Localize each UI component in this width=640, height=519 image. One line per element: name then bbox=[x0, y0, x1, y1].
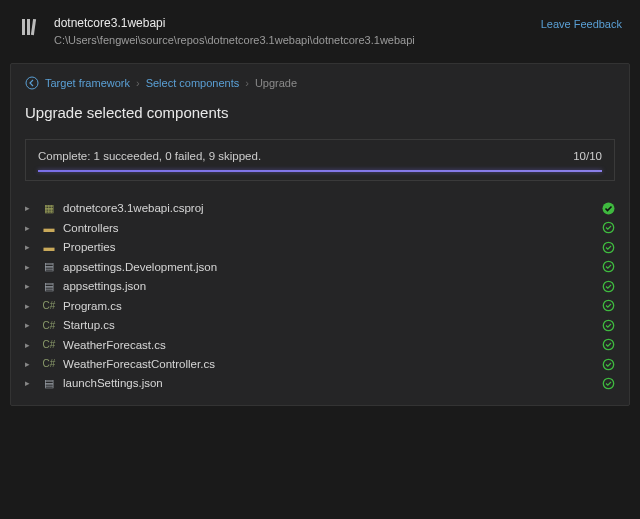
status-text: Complete: 1 succeeded, 0 failed, 9 skipp… bbox=[38, 150, 261, 162]
item-name: WeatherForecast.cs bbox=[63, 339, 593, 351]
progress-counter: 10/10 bbox=[573, 150, 602, 162]
header: dotnetcore3.1webapi C:\Users\fengwei\sou… bbox=[10, 10, 630, 63]
progress-bar bbox=[38, 170, 602, 172]
item-name: Program.cs bbox=[63, 300, 593, 312]
chevron-right-icon: ▸ bbox=[25, 378, 35, 388]
json-icon: ▤ bbox=[41, 280, 57, 293]
skipped-icon bbox=[599, 299, 615, 312]
list-item[interactable]: ▸▤appsettings.json bbox=[25, 276, 615, 295]
list-item[interactable]: ▸▬Controllers bbox=[25, 218, 615, 237]
json-icon: ▤ bbox=[41, 377, 57, 390]
item-name: Startup.cs bbox=[63, 319, 593, 331]
skipped-icon bbox=[599, 221, 615, 234]
skipped-icon bbox=[599, 338, 615, 351]
chevron-right-icon: ▸ bbox=[25, 281, 35, 291]
list-item[interactable]: ▸▬Properties bbox=[25, 237, 615, 256]
skipped-icon bbox=[599, 279, 615, 292]
item-name: launchSettings.json bbox=[63, 377, 593, 389]
chevron-right-icon: ▸ bbox=[25, 242, 35, 252]
chevron-right-icon: ▸ bbox=[25, 320, 35, 330]
list-item[interactable]: ▸C#WeatherForecastController.cs bbox=[25, 354, 615, 373]
csproj-icon: ▦ bbox=[41, 202, 57, 215]
list-item[interactable]: ▸▦dotnetcore3.1webapi.csproj bbox=[25, 199, 615, 218]
svg-point-7 bbox=[603, 262, 613, 272]
item-name: Controllers bbox=[63, 222, 593, 234]
csharp-icon: C# bbox=[41, 358, 57, 369]
item-name: Properties bbox=[63, 241, 593, 253]
item-name: WeatherForecastController.cs bbox=[63, 358, 593, 370]
csharp-icon: C# bbox=[41, 339, 57, 350]
list-item[interactable]: ▸▤appsettings.Development.json bbox=[25, 257, 615, 276]
list-item[interactable]: ▸C#Program.cs bbox=[25, 296, 615, 315]
chevron-right-icon: ▸ bbox=[25, 203, 35, 213]
item-name: appsettings.Development.json bbox=[63, 261, 593, 273]
item-name: appsettings.json bbox=[63, 280, 593, 292]
breadcrumb-current: Upgrade bbox=[255, 77, 297, 89]
progress-card: Complete: 1 succeeded, 0 failed, 9 skipp… bbox=[25, 139, 615, 181]
project-title: dotnetcore3.1webapi bbox=[54, 14, 541, 32]
folder-icon: ▬ bbox=[41, 241, 57, 253]
skipped-icon bbox=[599, 318, 615, 331]
svg-point-10 bbox=[603, 320, 613, 330]
chevron-right-icon: › bbox=[136, 77, 140, 89]
svg-point-12 bbox=[603, 359, 613, 369]
skipped-icon bbox=[599, 357, 615, 370]
item-name: dotnetcore3.1webapi.csproj bbox=[63, 202, 593, 214]
chevron-right-icon: ▸ bbox=[25, 223, 35, 233]
svg-point-11 bbox=[603, 340, 613, 350]
breadcrumb-select-components[interactable]: Select components bbox=[146, 77, 240, 89]
list-item[interactable]: ▸C#WeatherForecast.cs bbox=[25, 335, 615, 354]
json-icon: ▤ bbox=[41, 260, 57, 273]
chevron-right-icon: ▸ bbox=[25, 262, 35, 272]
page-title: Upgrade selected components bbox=[25, 104, 615, 121]
svg-point-9 bbox=[603, 301, 613, 311]
svg-rect-1 bbox=[27, 19, 30, 35]
chevron-right-icon: › bbox=[245, 77, 249, 89]
chevron-right-icon: ▸ bbox=[25, 340, 35, 350]
list-item[interactable]: ▸C#Startup.cs bbox=[25, 315, 615, 334]
svg-point-5 bbox=[603, 223, 613, 233]
breadcrumb-target-framework[interactable]: Target framework bbox=[45, 77, 130, 89]
svg-point-3 bbox=[26, 77, 38, 89]
skipped-icon bbox=[599, 260, 615, 273]
skipped-icon bbox=[599, 240, 615, 253]
skipped-icon bbox=[599, 377, 615, 390]
svg-point-6 bbox=[603, 242, 613, 252]
app-icon bbox=[18, 14, 44, 40]
csharp-icon: C# bbox=[41, 300, 57, 311]
breadcrumb: Target framework › Select components › U… bbox=[25, 76, 615, 90]
svg-point-8 bbox=[603, 281, 613, 291]
csharp-icon: C# bbox=[41, 320, 57, 331]
component-list: ▸▦dotnetcore3.1webapi.csproj▸▬Controller… bbox=[25, 199, 615, 394]
back-icon[interactable] bbox=[25, 76, 39, 90]
svg-point-13 bbox=[603, 378, 613, 388]
success-icon bbox=[599, 202, 615, 215]
project-path: C:\Users\fengwei\source\repos\dotnetcore… bbox=[54, 32, 541, 49]
leave-feedback-link[interactable]: Leave Feedback bbox=[541, 14, 622, 30]
main-panel: Target framework › Select components › U… bbox=[10, 63, 630, 407]
list-item[interactable]: ▸▤launchSettings.json bbox=[25, 374, 615, 393]
svg-rect-0 bbox=[22, 19, 25, 35]
chevron-right-icon: ▸ bbox=[25, 301, 35, 311]
chevron-right-icon: ▸ bbox=[25, 359, 35, 369]
folder-icon: ▬ bbox=[41, 222, 57, 234]
svg-rect-2 bbox=[31, 19, 36, 35]
